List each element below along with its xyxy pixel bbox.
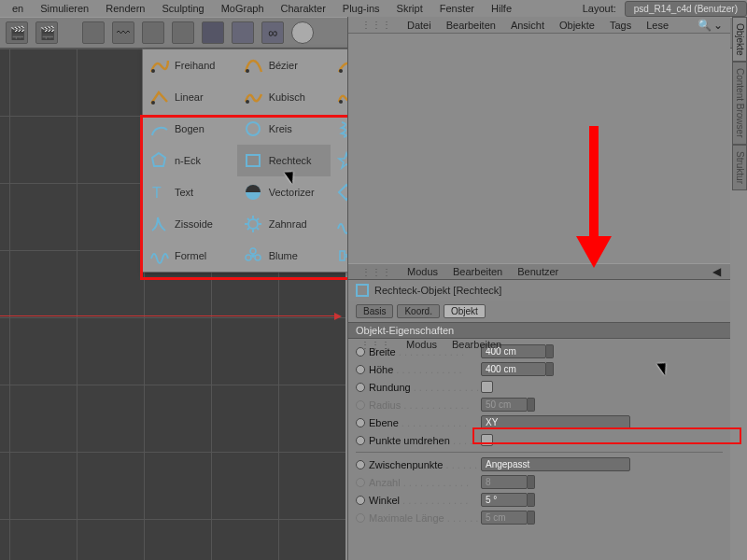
tool3-icon[interactable] — [291, 21, 314, 44]
spinner-icon[interactable] — [528, 493, 535, 507]
object-manager-menu: ⋮⋮⋮ Datei Bearbeiten Ansicht Objekte Tag… — [348, 17, 730, 34]
popup-item-label: Kubisch — [269, 91, 305, 103]
prop-winkel: Winkel 5 ° — [356, 491, 723, 509]
menu-item[interactable]: MoGraph — [213, 1, 273, 16]
grip-icon[interactable]: ⋮⋮⋮ — [353, 338, 399, 352]
spline-formula-item[interactable]: Formel — [143, 240, 237, 272]
menu-item[interactable]: Fenster — [431, 1, 483, 16]
spline-circle-item[interactable]: Kreis — [237, 113, 331, 145]
tool-icon[interactable] — [232, 21, 254, 44]
clapper2-icon[interactable]: 🎬 — [35, 21, 58, 44]
popup-item-label: Zissoide — [175, 218, 213, 230]
spline-arc-item[interactable]: Bogen — [143, 113, 237, 145]
menu-item[interactable]: Charakter — [273, 1, 334, 16]
menu-item[interactable]: Modus — [400, 264, 445, 279]
keyframe-dot-icon[interactable] — [356, 460, 365, 469]
keyframe-dot-icon[interactable] — [356, 383, 365, 392]
menu-item[interactable]: Benutzer — [510, 264, 566, 279]
layout-select[interactable]: psd_R14_c4d (Benutzer) — [625, 1, 747, 17]
tab-basis[interactable]: Basis — [356, 304, 393, 318]
menu-item[interactable]: Rendern — [97, 1, 153, 16]
vectorizer-icon — [243, 182, 263, 203]
tool2-icon[interactable]: ∞ — [261, 21, 284, 44]
spline-linear-item[interactable]: Linear — [143, 81, 237, 113]
arc-icon — [148, 119, 169, 139]
prop-label: Höhe — [369, 364, 481, 375]
spline-cissoid-item[interactable]: Zissoide — [143, 208, 237, 240]
object-manager-body[interactable] — [348, 34, 730, 263]
menu-item[interactable]: Simulieren — [32, 1, 97, 16]
spline-text-item[interactable]: TText — [143, 176, 237, 208]
formula-icon — [148, 245, 169, 266]
spline-rect-item[interactable]: Rechteck — [237, 145, 331, 176]
spline-cubic-item[interactable]: Kubisch — [237, 81, 331, 113]
object-properties: Breite 400 cm Höhe 400 cm Rundung Radius… — [348, 339, 730, 534]
menu-item[interactable]: en — [4, 1, 32, 16]
bezier-icon — [243, 55, 263, 76]
tab-objekt[interactable]: Objekt — [444, 304, 486, 318]
menu-item[interactable]: Bearbeiten — [444, 337, 509, 352]
menu-item[interactable]: Datei — [400, 18, 439, 33]
tab-structure[interactable]: Struktur — [732, 145, 747, 190]
spinner-icon — [528, 511, 535, 525]
svg-point-1 — [246, 69, 249, 73]
spline-tool-icon[interactable]: 〰 — [112, 21, 134, 44]
spline-cog-item[interactable]: Zahnrad — [237, 208, 331, 240]
back-arrow-icon[interactable]: ◀ — [705, 263, 730, 280]
zwischen-select[interactable]: Angepasst — [481, 457, 630, 471]
popup-item-label: Formel — [175, 250, 206, 261]
keyframe-dot-icon[interactable] — [356, 436, 365, 445]
spline-vectorizer-item[interactable]: Vectorizer — [237, 176, 331, 208]
menu-item[interactable]: Ansicht — [503, 18, 552, 33]
prop-label: Zwischenpunkte — [369, 459, 481, 470]
menu-item[interactable]: Lese — [639, 18, 676, 33]
spinner-icon[interactable] — [546, 344, 554, 358]
menu-item[interactable]: Bearbeiten — [439, 18, 503, 33]
menu-item[interactable]: Skript — [388, 1, 431, 16]
search-icon[interactable]: 🔍⌄ — [690, 17, 730, 34]
tab-koord[interactable]: Koord. — [397, 304, 439, 318]
cubic-icon — [243, 87, 263, 107]
grip-icon[interactable]: ⋮⋮⋮ — [354, 18, 400, 32]
tab-objects[interactable]: Objekte — [732, 17, 747, 62]
keyframe-dot-icon[interactable] — [356, 496, 365, 505]
spinner-icon[interactable] — [546, 362, 554, 376]
prop-label: Rundung — [369, 382, 481, 393]
menu-item[interactable]: Tags — [602, 18, 639, 33]
menu-item[interactable]: Sculpting — [153, 1, 212, 16]
deformer-icon[interactable] — [202, 21, 224, 44]
menu-item[interactable]: Hilfe — [483, 1, 520, 16]
spinner-icon — [528, 475, 535, 489]
popup-item-label: Text — [175, 187, 193, 198]
spline-neck-item[interactable]: n-Eck — [143, 145, 237, 176]
primitive-cube-icon[interactable] — [82, 21, 105, 44]
rundung-checkbox[interactable] — [481, 381, 493, 393]
menu-item[interactable]: Modus — [399, 337, 444, 352]
svg-point-15 — [255, 255, 261, 260]
punkte-checkbox[interactable] — [481, 434, 493, 446]
generator-icon[interactable] — [142, 21, 164, 44]
svg-point-16 — [251, 254, 255, 258]
rectangle-icon — [356, 284, 369, 297]
ebene-select[interactable]: XY — [481, 415, 630, 429]
spline-bezier-item[interactable]: Bézier — [237, 49, 331, 81]
layout-label: Layout: — [574, 1, 625, 16]
keyframe-dot-icon[interactable] — [356, 418, 365, 427]
grip-icon[interactable]: ⋮⋮⋮ — [354, 265, 400, 279]
generator2-icon[interactable] — [172, 21, 194, 44]
neck-icon — [148, 150, 169, 171]
prop-label: Maximale Länge — [369, 512, 481, 524]
menu-item[interactable]: Plug-ins — [334, 1, 388, 16]
menu-item[interactable]: Objekte — [552, 18, 602, 33]
spline-flower-item[interactable]: Blume — [237, 240, 331, 272]
circle-icon — [243, 119, 263, 139]
spline-freehand-item[interactable]: Freihand — [143, 49, 237, 81]
keyframe-dot-icon — [356, 478, 365, 487]
clapper-icon[interactable]: 🎬 — [6, 21, 28, 44]
winkel-field[interactable]: 5 ° — [481, 493, 528, 507]
keyframe-dot-icon[interactable] — [356, 365, 365, 374]
menu-item[interactable]: Bearbeiten — [445, 264, 510, 279]
tab-content-browser[interactable]: Content Browser — [732, 62, 747, 144]
prop-label: Radius — [369, 399, 481, 411]
hoehe-field[interactable]: 400 cm — [481, 362, 546, 376]
